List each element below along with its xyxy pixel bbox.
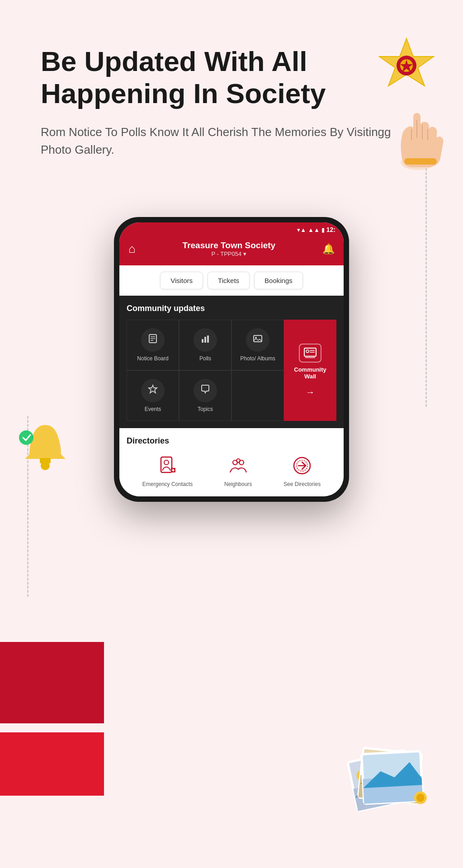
see-directories-icon-wrap: [289, 453, 315, 478]
svg-marker-27: [149, 385, 157, 393]
community-wall-icon-wrap: [299, 344, 321, 363]
quick-tabs: Visitors Tickets Bookings: [119, 265, 344, 296]
topics-label: Topics: [198, 406, 213, 412]
see-directories-icon: [292, 455, 312, 476]
svg-rect-19: [207, 335, 209, 343]
polls-icon: [200, 334, 210, 346]
neighbours-label: Neighbours: [224, 481, 252, 487]
hero-section: Be Updated With All Happening In Society…: [41, 45, 422, 159]
neighbours-item[interactable]: Neighbours: [224, 453, 252, 487]
emergency-contacts-icon-wrap: [155, 453, 180, 478]
emergency-contacts-icon: [157, 455, 178, 476]
svg-rect-5: [404, 158, 437, 165]
notice-board-icon-wrap: [141, 328, 165, 352]
events-icon-wrap: [141, 379, 165, 402]
see-directories-item[interactable]: See Directories: [283, 453, 321, 487]
directories-section: Directories: [119, 428, 344, 496]
polls-label: Polls: [199, 355, 211, 362]
bg-decoration-1: [0, 642, 104, 723]
signal-icon: ▲▲: [308, 226, 320, 233]
svg-point-23: [306, 350, 309, 353]
directories-title: Directories: [127, 436, 336, 446]
bookings-tab[interactable]: Bookings: [254, 272, 303, 289]
photo-albums-icon: [253, 334, 263, 346]
events-icon: [148, 384, 158, 397]
hero-subtitle: Rom Notice To Polls Know It All Cherish …: [41, 123, 422, 159]
notice-board-icon: [148, 334, 158, 346]
phone-screen: ▾▲ ▲▲ ▮ 12: ⌂ Treasure Town Society P - …: [119, 222, 344, 496]
emergency-contacts-item[interactable]: Emergency Contacts: [142, 453, 193, 487]
events-label: Events: [145, 406, 161, 412]
status-bar: ▾▲ ▲▲ ▮ 12:: [119, 222, 344, 237]
tickets-tab[interactable]: Tickets: [208, 272, 250, 289]
deco-hand: [386, 99, 449, 172]
app-header: ⌂ Treasure Town Society P - TPP054 ▾ 🔔: [119, 237, 344, 265]
topics-item[interactable]: Topics: [179, 370, 232, 421]
app-subtitle: P - TPP054 ▾: [183, 250, 276, 257]
community-section-title: Community updates: [127, 304, 336, 313]
battery-icon: ▮: [321, 226, 325, 233]
home-icon[interactable]: ⌂: [128, 242, 136, 256]
polls-item[interactable]: Polls: [179, 320, 232, 370]
svg-point-29: [164, 460, 169, 465]
header-center: Treasure Town Society P - TPP054 ▾: [183, 241, 276, 257]
svg-rect-17: [202, 339, 203, 343]
deco-photos: [341, 732, 440, 823]
notice-board-item[interactable]: Notice Board: [127, 320, 179, 370]
visitors-tab[interactable]: Visitors: [160, 272, 203, 289]
subtitle-text: P - TPP054: [211, 250, 241, 257]
bg-decoration-2: [0, 732, 104, 796]
photo-albums-item[interactable]: Photo/ Albums: [232, 320, 284, 370]
see-directories-label: See Directories: [283, 481, 321, 487]
hero-title: Be Updated With All Happening In Society: [41, 45, 422, 110]
svg-rect-18: [204, 337, 206, 343]
deco-dashes-right: [425, 136, 427, 407]
notice-board-label: Notice Board: [137, 355, 168, 362]
deco-bell: [14, 420, 77, 479]
community-wall-arrow-icon: →: [306, 387, 315, 397]
community-section: Community updates Notice Board: [119, 296, 344, 428]
svg-point-12: [19, 430, 33, 445]
chevron-down-icon: ▾: [243, 250, 246, 257]
community-wall-label: Community Wall: [288, 366, 332, 380]
community-wall-item[interactable]: Community Wall →: [284, 320, 336, 421]
neighbours-icon: [228, 455, 249, 476]
svg-point-11: [41, 461, 50, 470]
phone-outer: ▾▲ ▲▲ ▮ 12: ⌂ Treasure Town Society P - …: [114, 217, 349, 502]
topics-icon: [200, 384, 210, 397]
emergency-contacts-label: Emergency Contacts: [142, 481, 193, 487]
phone-mockup: ▾▲ ▲▲ ▮ 12: ⌂ Treasure Town Society P - …: [114, 217, 349, 502]
empty-cell: [232, 370, 284, 421]
notification-bell-icon[interactable]: 🔔: [322, 243, 335, 255]
topics-icon-wrap: [194, 379, 217, 402]
community-wall-icon: [304, 348, 317, 359]
community-grid: Notice Board Polls: [127, 320, 336, 421]
photo-albums-icon-wrap: [246, 328, 269, 352]
wifi-icon: ▾▲: [297, 226, 306, 233]
photo-albums-label: Photo/ Albums: [240, 355, 275, 362]
deco-star: [377, 36, 436, 95]
status-time: 12:: [326, 226, 335, 233]
events-item[interactable]: Events: [127, 370, 179, 421]
polls-icon-wrap: [194, 328, 217, 352]
app-title: Treasure Town Society: [183, 241, 276, 250]
neighbours-icon-wrap: [226, 453, 251, 478]
directory-items: Emergency Contacts Neighbours: [127, 453, 336, 487]
svg-rect-20: [254, 335, 262, 342]
status-icons: ▾▲ ▲▲ ▮ 12:: [297, 226, 335, 233]
